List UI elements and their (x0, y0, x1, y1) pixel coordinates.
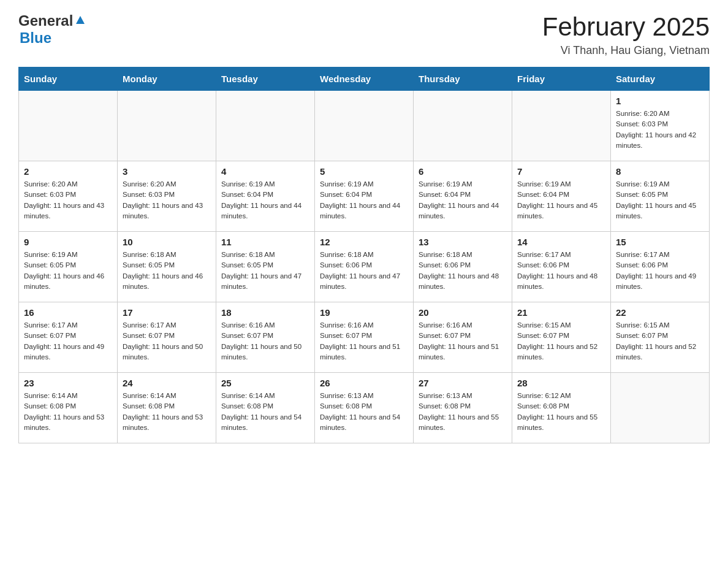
column-header-monday: Monday (118, 67, 216, 91)
day-number: 10 (123, 237, 211, 247)
day-number: 18 (221, 307, 309, 318)
calendar-cell: 27Sunrise: 6:13 AMSunset: 6:08 PMDayligh… (414, 373, 512, 443)
day-number: 9 (24, 237, 112, 247)
day-info: Sunrise: 6:13 AMSunset: 6:08 PMDaylight:… (320, 391, 408, 433)
column-header-sunday: Sunday (19, 67, 118, 91)
day-number: 7 (517, 166, 605, 177)
day-info: Sunrise: 6:18 AMSunset: 6:06 PMDaylight:… (320, 250, 408, 292)
day-info: Sunrise: 6:17 AMSunset: 6:06 PMDaylight:… (616, 250, 704, 292)
location-subtitle: Vi Thanh, Hau Giang, Vietnam (542, 44, 710, 57)
calendar-week-1: 1Sunrise: 6:20 AMSunset: 6:03 PMDaylight… (19, 91, 710, 161)
day-number: 25 (221, 378, 309, 388)
calendar-cell (512, 91, 611, 161)
day-number: 20 (419, 307, 507, 318)
calendar-cell: 5Sunrise: 6:19 AMSunset: 6:04 PMDaylight… (315, 161, 414, 232)
calendar-cell: 24Sunrise: 6:14 AMSunset: 6:08 PMDayligh… (118, 373, 216, 443)
calendar-cell (216, 91, 315, 161)
day-info: Sunrise: 6:14 AMSunset: 6:08 PMDaylight:… (24, 391, 112, 433)
calendar-cell: 8Sunrise: 6:19 AMSunset: 6:05 PMDaylight… (611, 161, 710, 232)
calendar-cell (315, 91, 414, 161)
calendar-header-row: SundayMondayTuesdayWednesdayThursdayFrid… (19, 67, 710, 91)
calendar-cell: 15Sunrise: 6:17 AMSunset: 6:06 PMDayligh… (611, 232, 710, 302)
calendar-cell: 28Sunrise: 6:12 AMSunset: 6:08 PMDayligh… (512, 373, 611, 443)
calendar-cell (118, 91, 216, 161)
day-info: Sunrise: 6:19 AMSunset: 6:04 PMDaylight:… (419, 179, 507, 221)
day-number: 3 (123, 166, 211, 177)
calendar-week-3: 9Sunrise: 6:19 AMSunset: 6:05 PMDaylight… (19, 232, 710, 302)
day-number: 28 (517, 378, 605, 388)
day-number: 5 (320, 166, 408, 177)
calendar-cell: 11Sunrise: 6:18 AMSunset: 6:05 PMDayligh… (216, 232, 315, 302)
day-number: 14 (517, 237, 605, 247)
day-number: 4 (221, 166, 309, 177)
day-info: Sunrise: 6:19 AMSunset: 6:05 PMDaylight:… (616, 179, 704, 221)
calendar-cell (19, 91, 118, 161)
day-number: 8 (616, 166, 704, 177)
day-info: Sunrise: 6:13 AMSunset: 6:08 PMDaylight:… (419, 391, 507, 433)
column-header-tuesday: Tuesday (216, 67, 315, 91)
day-number: 17 (123, 307, 211, 318)
day-info: Sunrise: 6:15 AMSunset: 6:07 PMDaylight:… (616, 320, 704, 362)
day-number: 16 (24, 307, 112, 318)
calendar-cell: 10Sunrise: 6:18 AMSunset: 6:05 PMDayligh… (118, 232, 216, 302)
logo-triangle-icon (74, 13, 87, 26)
logo-mark (74, 13, 87, 29)
calendar-cell: 18Sunrise: 6:16 AMSunset: 6:07 PMDayligh… (216, 302, 315, 373)
calendar-cell: 1Sunrise: 6:20 AMSunset: 6:03 PMDaylight… (611, 91, 710, 161)
day-number: 2 (24, 166, 112, 177)
logo-blue-text: Blue (20, 29, 51, 46)
day-info: Sunrise: 6:17 AMSunset: 6:06 PMDaylight:… (517, 250, 605, 292)
calendar-cell: 19Sunrise: 6:16 AMSunset: 6:07 PMDayligh… (315, 302, 414, 373)
title-section: February 2025 Vi Thanh, Hau Giang, Vietn… (542, 12, 710, 57)
day-info: Sunrise: 6:20 AMSunset: 6:03 PMDaylight:… (24, 179, 112, 221)
day-number: 27 (419, 378, 507, 388)
day-info: Sunrise: 6:17 AMSunset: 6:07 PMDaylight:… (123, 320, 211, 362)
calendar-cell: 25Sunrise: 6:14 AMSunset: 6:08 PMDayligh… (216, 373, 315, 443)
calendar-week-4: 16Sunrise: 6:17 AMSunset: 6:07 PMDayligh… (19, 302, 710, 373)
calendar-cell: 17Sunrise: 6:17 AMSunset: 6:07 PMDayligh… (118, 302, 216, 373)
day-info: Sunrise: 6:14 AMSunset: 6:08 PMDaylight:… (123, 391, 211, 433)
day-info: Sunrise: 6:12 AMSunset: 6:08 PMDaylight:… (517, 391, 605, 433)
day-number: 24 (123, 378, 211, 388)
month-title: February 2025 (542, 12, 710, 42)
calendar-cell: 9Sunrise: 6:19 AMSunset: 6:05 PMDaylight… (19, 232, 118, 302)
calendar-cell: 6Sunrise: 6:19 AMSunset: 6:04 PMDaylight… (414, 161, 512, 232)
calendar-cell: 4Sunrise: 6:19 AMSunset: 6:04 PMDaylight… (216, 161, 315, 232)
calendar-cell: 13Sunrise: 6:18 AMSunset: 6:06 PMDayligh… (414, 232, 512, 302)
logo: General Blue (18, 12, 88, 47)
day-info: Sunrise: 6:18 AMSunset: 6:05 PMDaylight:… (123, 250, 211, 292)
day-number: 11 (221, 237, 309, 247)
day-info: Sunrise: 6:18 AMSunset: 6:05 PMDaylight:… (221, 250, 309, 292)
calendar-cell: 14Sunrise: 6:17 AMSunset: 6:06 PMDayligh… (512, 232, 611, 302)
day-info: Sunrise: 6:15 AMSunset: 6:07 PMDaylight:… (517, 320, 605, 362)
column-header-wednesday: Wednesday (315, 67, 414, 91)
calendar-cell: 26Sunrise: 6:13 AMSunset: 6:08 PMDayligh… (315, 373, 414, 443)
calendar-cell: 21Sunrise: 6:15 AMSunset: 6:07 PMDayligh… (512, 302, 611, 373)
page-header: General Blue February 2025 Vi Thanh, Hau… (18, 12, 710, 57)
calendar-cell: 23Sunrise: 6:14 AMSunset: 6:08 PMDayligh… (19, 373, 118, 443)
calendar-week-5: 23Sunrise: 6:14 AMSunset: 6:08 PMDayligh… (19, 373, 710, 443)
day-info: Sunrise: 6:19 AMSunset: 6:04 PMDaylight:… (320, 179, 408, 221)
column-header-friday: Friday (512, 67, 611, 91)
day-info: Sunrise: 6:17 AMSunset: 6:07 PMDaylight:… (24, 320, 112, 362)
calendar-cell: 12Sunrise: 6:18 AMSunset: 6:06 PMDayligh… (315, 232, 414, 302)
day-number: 15 (616, 237, 704, 247)
day-number: 22 (616, 307, 704, 318)
day-info: Sunrise: 6:16 AMSunset: 6:07 PMDaylight:… (419, 320, 507, 362)
day-number: 1 (616, 96, 704, 106)
day-number: 12 (320, 237, 408, 247)
calendar-cell: 7Sunrise: 6:19 AMSunset: 6:04 PMDaylight… (512, 161, 611, 232)
day-number: 21 (517, 307, 605, 318)
calendar-cell: 16Sunrise: 6:17 AMSunset: 6:07 PMDayligh… (19, 302, 118, 373)
svg-marker-0 (76, 16, 85, 24)
day-number: 19 (320, 307, 408, 318)
day-number: 13 (419, 237, 507, 247)
calendar-cell: 2Sunrise: 6:20 AMSunset: 6:03 PMDaylight… (19, 161, 118, 232)
day-info: Sunrise: 6:16 AMSunset: 6:07 PMDaylight:… (221, 320, 309, 362)
day-number: 6 (419, 166, 507, 177)
day-info: Sunrise: 6:19 AMSunset: 6:04 PMDaylight:… (221, 179, 309, 221)
calendar-cell (414, 91, 512, 161)
calendar-cell: 20Sunrise: 6:16 AMSunset: 6:07 PMDayligh… (414, 302, 512, 373)
calendar-table: SundayMondayTuesdayWednesdayThursdayFrid… (18, 67, 710, 443)
calendar-cell: 3Sunrise: 6:20 AMSunset: 6:03 PMDaylight… (118, 161, 216, 232)
